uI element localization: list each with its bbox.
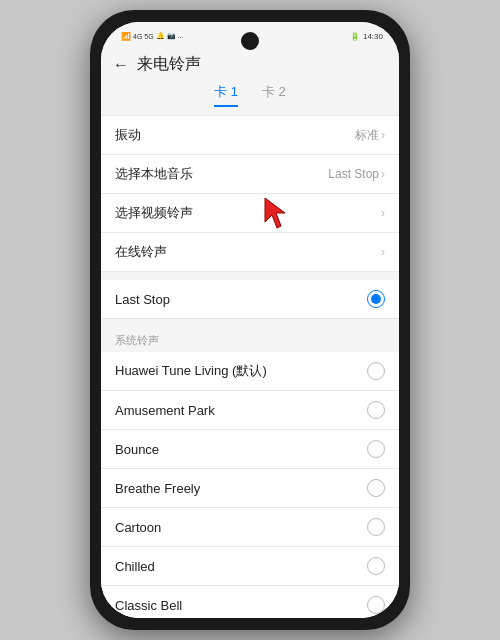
chevron-icon: ›: [381, 167, 385, 181]
last-stop-row[interactable]: Last Stop: [101, 280, 399, 319]
status-right: 🔋 14:30: [350, 32, 383, 41]
chevron-icon: ›: [381, 128, 385, 142]
video-ringtone-label: 选择视频铃声: [115, 204, 193, 222]
huawei-tune-radio[interactable]: [367, 362, 385, 380]
phone-frame: 📶 4G 5G 🔔 📷 ... 🔋 14:30 ← 来电铃声 卡 1 卡 2: [90, 10, 410, 630]
online-ringtone-value: ›: [381, 245, 385, 259]
breathe-freely-row[interactable]: Breathe Freely: [101, 469, 399, 508]
page-header: ← 来电铃声: [101, 50, 399, 75]
section-gap: [101, 272, 399, 280]
time-display: 14:30: [363, 32, 383, 41]
local-music-value: Last Stop ›: [328, 167, 385, 181]
vibrate-row[interactable]: 振动 标准 ›: [101, 115, 399, 155]
video-ringtone-value: ›: [381, 206, 385, 220]
chilled-label: Chilled: [115, 559, 155, 574]
system-ringtones-label: 系统铃声: [101, 327, 399, 352]
tab-card2[interactable]: 卡 2: [262, 83, 286, 107]
section-gap-2: [101, 319, 399, 327]
network-type: 4G 5G: [133, 33, 154, 40]
classic-bell-radio[interactable]: [367, 596, 385, 614]
last-stop-label: Last Stop: [115, 292, 170, 307]
classic-bell-row[interactable]: Classic Bell: [101, 586, 399, 618]
breathe-freely-label: Breathe Freely: [115, 481, 200, 496]
amusement-park-label: Amusement Park: [115, 403, 215, 418]
tab-card1[interactable]: 卡 1: [214, 83, 238, 107]
huawei-tune-label: Huawei Tune Living (默认): [115, 362, 267, 380]
status-left: 📶 4G 5G 🔔 📷 ...: [121, 32, 183, 41]
online-ringtone-row[interactable]: 在线铃声 ›: [101, 233, 399, 272]
back-button[interactable]: ←: [113, 56, 129, 74]
bounce-label: Bounce: [115, 442, 159, 457]
classic-bell-label: Classic Bell: [115, 598, 182, 613]
bounce-radio[interactable]: [367, 440, 385, 458]
huawei-tune-row[interactable]: Huawei Tune Living (默认): [101, 352, 399, 391]
breathe-freely-radio[interactable]: [367, 479, 385, 497]
amusement-park-row[interactable]: Amusement Park: [101, 391, 399, 430]
cartoon-row[interactable]: Cartoon: [101, 508, 399, 547]
local-music-row[interactable]: 选择本地音乐 Last Stop ›: [101, 155, 399, 194]
chilled-row[interactable]: Chilled: [101, 547, 399, 586]
amusement-park-radio[interactable]: [367, 401, 385, 419]
phone-screen: 📶 4G 5G 🔔 📷 ... 🔋 14:30 ← 来电铃声 卡 1 卡 2: [101, 22, 399, 618]
camera-hole: [241, 32, 259, 50]
ringtone-list: Huawei Tune Living (默认) Amusement Park B…: [101, 352, 399, 618]
vibrate-label: 振动: [115, 126, 141, 144]
content-area: 振动 标准 › 选择本地音乐 Last Stop › 选择视频铃声: [101, 111, 399, 618]
cartoon-label: Cartoon: [115, 520, 161, 535]
bounce-row[interactable]: Bounce: [101, 430, 399, 469]
vibrate-value: 标准 ›: [355, 127, 385, 144]
cartoon-radio[interactable]: [367, 518, 385, 536]
charging-icon: 🔋: [350, 32, 360, 41]
page-title: 来电铃声: [137, 54, 201, 75]
signal-icon: 📶: [121, 32, 131, 41]
last-stop-radio[interactable]: [367, 290, 385, 308]
tab-bar: 卡 1 卡 2: [101, 75, 399, 111]
chevron-icon: ›: [381, 245, 385, 259]
online-ringtone-label: 在线铃声: [115, 243, 167, 261]
video-ringtone-row[interactable]: 选择视频铃声 ›: [101, 194, 399, 233]
chilled-radio[interactable]: [367, 557, 385, 575]
local-music-label: 选择本地音乐: [115, 165, 193, 183]
chevron-icon: ›: [381, 206, 385, 220]
notification-icons: 🔔 📷 ...: [156, 32, 184, 40]
